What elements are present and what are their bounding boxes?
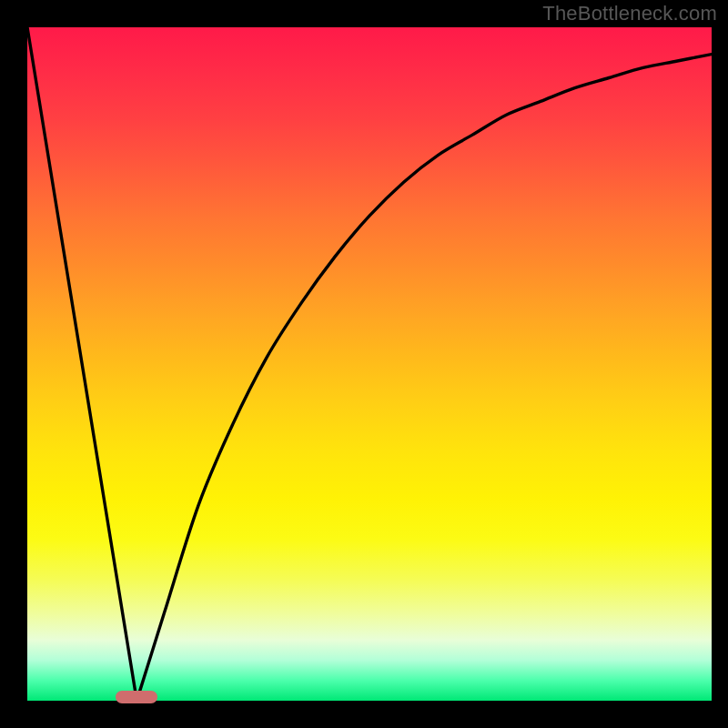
- plot-area: [27, 27, 712, 701]
- curve-layer: [27, 27, 712, 701]
- series-right-curve: [136, 55, 712, 701]
- watermark-text: TheBottleneck.com: [542, 2, 717, 25]
- series-left-leg: [27, 27, 136, 701]
- bottleneck-marker: [116, 691, 157, 703]
- chart-frame: TheBottleneck.com: [0, 0, 728, 728]
